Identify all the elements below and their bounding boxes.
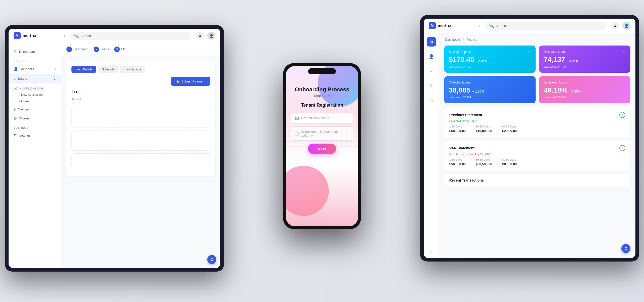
sidebar-item-shares[interactable]: ◎ Shares bbox=[9, 114, 61, 123]
disbursed-change: - 2.35% bbox=[567, 59, 578, 63]
right-tablet-screen: M mertrix ‹ 🔍 ⚙ 👤 ⊞ 👤 bbox=[424, 19, 635, 258]
right-main-content: Dashboard / Finance ··· Savings Deposits… bbox=[439, 33, 635, 258]
right-settings-icon[interactable]: ⚙ bbox=[611, 22, 619, 30]
sidebar-item-savings[interactable]: $ Savings bbox=[9, 105, 61, 114]
savings-title: Savings Deposits bbox=[449, 50, 531, 54]
right-sidebar-users[interactable]: 👤 bbox=[427, 52, 436, 61]
savings-change: - 2.35% bbox=[476, 59, 488, 63]
step-3-circle: 3 bbox=[114, 47, 120, 52]
par-stmt-col-3: 60-90 Days $8,000.00 bbox=[502, 158, 517, 166]
users-change: - 0.35% bbox=[570, 90, 581, 93]
prev-stmt-col-2: 30-60 Days $15,000.00 bbox=[476, 125, 492, 133]
org-domain-placeholder: Organization Domain e.g., wafariko bbox=[301, 130, 349, 137]
right-app-name: mertrix bbox=[438, 23, 451, 28]
tab-transactions[interactable]: Transactions bbox=[120, 66, 145, 73]
sidebar-item-members[interactable]: 👤 Members bbox=[9, 64, 61, 74]
loan-tabs: Loan Details Schedule Transactions bbox=[71, 66, 210, 73]
right-tablet: M mertrix ‹ 🔍 ⚙ 👤 ⊞ 👤 bbox=[420, 15, 639, 262]
settings-icon: ⚙ bbox=[14, 133, 17, 137]
par-val-3: $8,000.00 bbox=[502, 162, 517, 166]
sidebar-item-loans[interactable]: ≡ Loans ∨ bbox=[9, 74, 61, 83]
dashboard-icon: ⊞ bbox=[14, 50, 17, 54]
sidebar-new-application[interactable]: New Application bbox=[9, 92, 61, 98]
right-sidebar: ⊞ 👤 ≡ $ ◎ › bbox=[424, 33, 439, 258]
par-stmt-sub: Must be paid before July 27, 2022 bbox=[449, 153, 625, 156]
left-search-input[interactable] bbox=[80, 34, 187, 38]
step-arrow-1: › bbox=[90, 47, 92, 52]
field-amount: Amount — bbox=[71, 98, 210, 105]
right-search-bar[interactable]: 🔍 bbox=[486, 22, 606, 30]
org-domain-checkbox[interactable] bbox=[295, 132, 299, 136]
submit-payment-button[interactable]: 👆 Submit Payment bbox=[171, 77, 210, 86]
stat-card-savings: ··· Savings Deposits $170.46 - 2.35% Las… bbox=[444, 46, 536, 73]
left-settings-fab[interactable]: ⚙ bbox=[207, 255, 216, 264]
left-avatar[interactable]: 👤 bbox=[207, 32, 215, 40]
sidebar-settings-section: SETTINGS bbox=[9, 123, 61, 131]
right-chevron[interactable]: ‹ bbox=[479, 23, 480, 28]
right-logo: M mertrix bbox=[429, 22, 479, 29]
par-days-1: 1-30 Days bbox=[449, 158, 466, 161]
prev-stmt-sub: Paid on June 27, 2022 bbox=[449, 119, 625, 122]
main-scene: M mertrix ‹ 🔍 ⚙ 👤 ⊞ bbox=[0, 0, 644, 302]
sidebar-savings-label: Savings bbox=[18, 107, 30, 111]
right-settings-fab[interactable]: ⚙ bbox=[621, 244, 630, 253]
prev-val-1: $50,000.00 bbox=[449, 129, 466, 133]
right-avatar[interactable]: 👤 bbox=[622, 22, 630, 30]
tab-schedule[interactable]: Schedule bbox=[98, 66, 118, 73]
right-search-input[interactable] bbox=[496, 24, 602, 28]
right-sidebar-chevron[interactable]: › bbox=[431, 250, 432, 254]
left-search-icon: 🔍 bbox=[74, 33, 79, 38]
par-stmt-col-1: 1-30 Days $50,000.00 bbox=[449, 158, 466, 166]
members-icon: 👤 bbox=[14, 67, 18, 71]
org-name-field[interactable]: 🏢 Organization Name bbox=[291, 113, 353, 123]
stepper-step-2: ✓ Loans bbox=[94, 47, 109, 52]
prev-days-2: 30-60 Days bbox=[476, 125, 492, 128]
onboarding-title: Onboarding Process bbox=[295, 86, 349, 93]
right-sidebar-shares[interactable]: ◎ bbox=[427, 95, 436, 105]
step-label: Step 1 of 4 bbox=[314, 94, 330, 98]
org-name-placeholder: Organization Name bbox=[301, 116, 329, 120]
disbursed-title: Disbursed Loans bbox=[544, 50, 626, 54]
sidebar-loans-label: Loans bbox=[18, 77, 27, 80]
left-search-bar[interactable]: 🔍 bbox=[70, 32, 191, 40]
step-arrow-2: › bbox=[111, 47, 112, 52]
prev-stmt-title: Previous Statement bbox=[449, 113, 482, 117]
savings-last-week: Last Week 44,700 bbox=[449, 65, 531, 68]
prev-val-3: $2,500.00 bbox=[502, 129, 517, 133]
users-title: Registered Users bbox=[544, 81, 626, 84]
step-2-circle: ✓ bbox=[94, 47, 99, 52]
step-1-label: Dashboard bbox=[73, 48, 88, 51]
loan-field-row-1: Amount — bbox=[71, 98, 210, 105]
step-1-circle: ✓ bbox=[66, 47, 72, 52]
par-stmt-warn-icon: ! bbox=[619, 145, 625, 151]
stepper-step-3: 3 LN... bbox=[114, 47, 128, 52]
amount-value: — bbox=[71, 102, 210, 105]
left-stepper: ✓ Dashboard › ✓ Loans › 3 LN... bbox=[61, 43, 220, 56]
right-tablet-header: M mertrix ‹ 🔍 ⚙ 👤 bbox=[424, 19, 635, 33]
sidebar-settings-label: settings bbox=[19, 134, 31, 137]
org-domain-field[interactable]: Organization Domain e.g., wafariko bbox=[291, 126, 353, 141]
left-chevron[interactable]: ‹ bbox=[64, 33, 65, 38]
sidebar-services-label: SERVICES bbox=[9, 56, 61, 64]
right-search-icon: 🔍 bbox=[489, 23, 494, 28]
loan-title-text: Lo... bbox=[71, 89, 81, 94]
left-settings-icon[interactable]: ⚙ bbox=[196, 32, 204, 40]
prev-stmt-check-icon: ✓ bbox=[619, 112, 625, 118]
next-button[interactable]: Next bbox=[308, 144, 336, 154]
disbursed-value: 74,137 - 2.35% bbox=[544, 56, 626, 64]
right-logo-icon: M bbox=[429, 22, 436, 29]
stat-card-disbursed: ··· Disbursed Loans 74,137 - 2.35% Last … bbox=[539, 46, 630, 73]
sidebar-item-settings[interactable]: ⚙ settings bbox=[9, 131, 61, 140]
left-tablet-body: ⊞ Dashboard SERVICES 👤 Members ≡ Loans ∨… bbox=[9, 43, 220, 268]
right-sidebar-home[interactable]: ⊞ bbox=[427, 37, 436, 47]
left-sidebar: ⊞ Dashboard SERVICES 👤 Members ≡ Loans ∨… bbox=[9, 43, 61, 268]
tab-loan-details[interactable]: Loan Details bbox=[71, 66, 96, 73]
collected-title: Collected Loans bbox=[449, 81, 531, 84]
sidebar-item-dashboard[interactable]: ⊞ Dashboard bbox=[9, 47, 61, 56]
par-val-1: $50,000.00 bbox=[449, 162, 466, 166]
prev-val-2: $15,000.00 bbox=[476, 129, 492, 133]
right-sidebar-savings[interactable]: $ bbox=[427, 81, 436, 90]
right-sidebar-loans[interactable]: ≡ bbox=[427, 66, 436, 76]
sidebar-loans-sub[interactable]: Loans bbox=[9, 98, 61, 105]
breadcrumb-dashboard: Dashboard bbox=[445, 38, 460, 41]
